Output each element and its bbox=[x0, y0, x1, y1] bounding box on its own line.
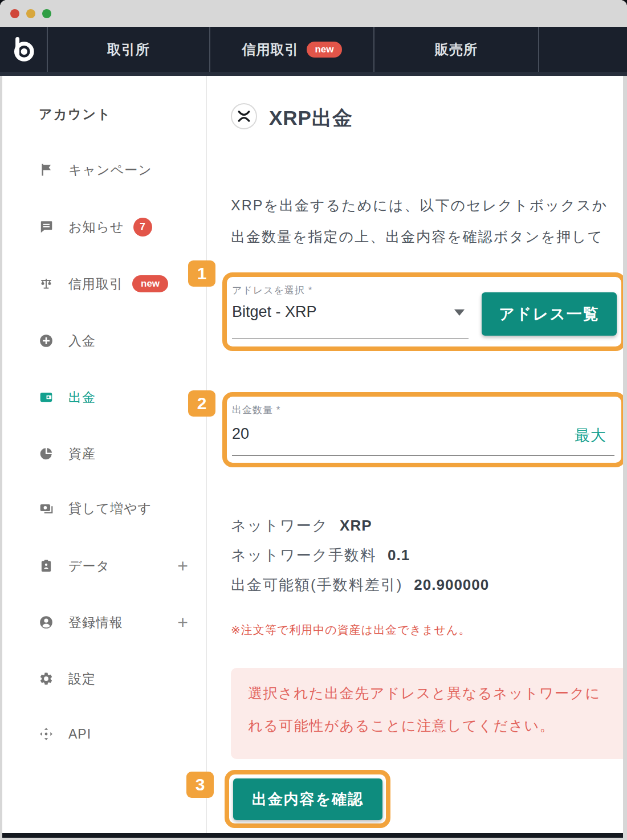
macos-titlebar bbox=[0, 0, 627, 27]
withdrawable-amount-label: 出金可能額(手数料差引) bbox=[231, 576, 402, 593]
new-badge: new bbox=[307, 42, 341, 58]
top-nav: 取引所 信用取引 new 販売所 bbox=[0, 27, 627, 76]
sidebar-item-settings[interactable]: 設定 bbox=[38, 666, 202, 691]
nav-tab-label: 信用取引 bbox=[242, 40, 299, 59]
expand-plus-icon[interactable]: + bbox=[177, 612, 188, 633]
sidebar-item-withdraw[interactable]: 出金 bbox=[38, 385, 202, 410]
step-badge-1: 1 bbox=[188, 260, 215, 287]
page-footer-bar bbox=[2, 833, 623, 838]
network-warning-box: 選択された出金先アドレスと異なるネットワークに れる可能性があることに注意してく… bbox=[231, 668, 627, 759]
network-fee-value: 0.1 bbox=[388, 547, 410, 564]
wallet-icon bbox=[38, 389, 55, 406]
confirm-withdrawal-button[interactable]: 出金内容を確認 bbox=[233, 778, 382, 820]
step-badge-2: 2 bbox=[188, 390, 215, 417]
address-select-underline bbox=[232, 338, 469, 339]
window-edge-left bbox=[0, 76, 2, 840]
chat-icon bbox=[38, 218, 55, 235]
notification-count-badge: 7 bbox=[133, 218, 152, 236]
sidebar-item-label: データ bbox=[68, 557, 110, 575]
sidebar-item-campaign[interactable]: キャンペーン bbox=[38, 157, 202, 182]
app-window: 取引所 信用取引 new 販売所 アカウント キャンペーン お知らせ 7 bbox=[0, 0, 627, 840]
sidebar-item-label: お知らせ bbox=[68, 218, 124, 236]
amount-label: 出金数量 * bbox=[232, 403, 280, 417]
pie-chart-icon bbox=[38, 445, 55, 462]
address-select[interactable]: Bitget - XRP bbox=[232, 303, 317, 321]
new-badge: new bbox=[132, 275, 168, 292]
flag-icon bbox=[38, 161, 55, 178]
window-edge-bottom bbox=[0, 838, 627, 840]
address-select-label: アドレスを選択 * bbox=[232, 284, 312, 297]
person-icon bbox=[38, 614, 55, 631]
max-amount-link[interactable]: 最大 bbox=[575, 425, 606, 446]
network-fee-label: ネットワーク手数料 bbox=[231, 547, 376, 564]
chevron-down-icon[interactable] bbox=[454, 309, 465, 316]
nav-tab-exchange[interactable]: 取引所 bbox=[47, 27, 209, 72]
clipboard-icon bbox=[38, 557, 55, 574]
zoom-window-button[interactable] bbox=[42, 9, 51, 18]
sidebar-item-label: 登録情報 bbox=[68, 614, 123, 631]
sidebar-item-deposit[interactable]: 入金 bbox=[38, 328, 202, 353]
sidebar: アカウント キャンペーン お知らせ 7 信用取引 new 入金 bbox=[2, 76, 207, 833]
step-badge-3: 3 bbox=[186, 772, 214, 798]
xrp-coin-icon bbox=[231, 103, 257, 129]
nav-tab-label: 取引所 bbox=[107, 40, 150, 59]
amount-input-underline bbox=[232, 455, 614, 456]
sidebar-item-lending[interactable]: 貸して増やす bbox=[38, 496, 202, 521]
sidebar-item-label: 入金 bbox=[68, 332, 96, 350]
page-title: XRP出金 bbox=[269, 105, 353, 132]
expand-plus-icon[interactable]: + bbox=[177, 556, 188, 577]
plus-circle-icon bbox=[38, 332, 55, 349]
sidebar-item-registration-info[interactable]: 登録情報 + bbox=[38, 610, 202, 635]
network-label: ネットワーク bbox=[231, 517, 328, 534]
withdrawable-amount-value: 20.900000 bbox=[414, 576, 489, 593]
in-use-assets-note: ※注文等で利用中の資産は出金できません。 bbox=[231, 622, 471, 638]
nav-spacer bbox=[538, 27, 627, 72]
amount-input[interactable]: 20 bbox=[232, 425, 249, 443]
sidebar-item-label: API bbox=[68, 727, 91, 742]
close-window-button[interactable] bbox=[10, 9, 19, 18]
description-line-1: XRPを出金するためには、以下のセレクトボックスか bbox=[231, 196, 608, 215]
nav-tab-label: 販売所 bbox=[435, 40, 478, 59]
sidebar-item-label: 資産 bbox=[68, 445, 96, 463]
sidebar-item-label: 出金 bbox=[68, 389, 96, 406]
bitbank-logo[interactable] bbox=[0, 27, 47, 72]
nav-tab-margin-trading[interactable]: 信用取引 new bbox=[209, 27, 373, 72]
sidebar-item-label: 貸して増やす bbox=[68, 500, 152, 517]
banknote-icon bbox=[38, 500, 55, 517]
sidebar-item-label: 信用取引 bbox=[68, 275, 123, 293]
sidebar-item-assets[interactable]: 資産 bbox=[38, 441, 202, 466]
sidebar-item-notifications[interactable]: お知らせ 7 bbox=[38, 214, 202, 239]
minimize-window-button[interactable] bbox=[26, 9, 35, 18]
network-row: ネットワークXRP bbox=[231, 516, 372, 536]
sidebar-heading: アカウント bbox=[39, 105, 112, 123]
sidebar-item-margin-trading[interactable]: 信用取引 new bbox=[38, 271, 202, 296]
address-list-button[interactable]: アドレス一覧 bbox=[482, 292, 617, 336]
sidebar-item-label: 設定 bbox=[68, 670, 96, 688]
network-value: XRP bbox=[340, 517, 372, 534]
sidebar-item-api[interactable]: API bbox=[38, 721, 202, 747]
withdrawable-amount-row: 出金可能額(手数料差引)20.900000 bbox=[231, 575, 489, 595]
warning-line-1: 選択された出金先アドレスと異なるネットワークに bbox=[248, 684, 601, 703]
network-fee-row: ネットワーク手数料0.1 bbox=[231, 545, 410, 565]
scale-icon bbox=[38, 275, 55, 292]
gear-icon bbox=[38, 670, 55, 687]
sidebar-item-label: キャンペーン bbox=[68, 161, 152, 179]
window-edge-right bbox=[623, 76, 627, 840]
bitbank-logo-icon bbox=[9, 35, 38, 64]
nav-tab-sales-office[interactable]: 販売所 bbox=[373, 27, 538, 72]
move-icon bbox=[38, 725, 55, 743]
warning-line-2: れる可能性があることに注意してください。 bbox=[248, 716, 555, 735]
description-line-2: 出金数量を指定の上、出金内容を確認ボタンを押して bbox=[231, 227, 603, 246]
annotation-box-step2 bbox=[222, 392, 626, 467]
sidebar-item-data[interactable]: データ + bbox=[38, 553, 202, 578]
